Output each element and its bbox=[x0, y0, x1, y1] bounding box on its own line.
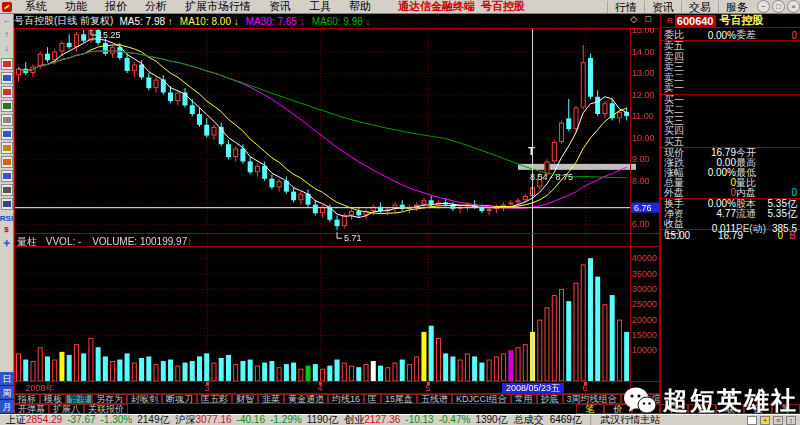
index-pct: -1.30% bbox=[101, 414, 133, 425]
tab-管理[interactable]: 管理 bbox=[66, 394, 92, 404]
volume-pane-header: 量柱 VVOL: - VOLUME: 100199.97↑ bbox=[17, 235, 192, 247]
top-right-buttons: 行情资讯交易服务 −□× bbox=[607, 0, 800, 13]
tick-direction: B bbox=[783, 230, 796, 242]
period-button-周[interactable]: 周 bbox=[0, 386, 14, 400]
info-label: 内盘 bbox=[736, 188, 766, 198]
tab-抄底[interactable]: 抄底 bbox=[537, 394, 563, 404]
close-button[interactable]: × bbox=[787, 0, 800, 13]
menu-item-工具[interactable]: 工具 bbox=[300, 0, 340, 14]
watermark-text: 超短英雄社 bbox=[663, 384, 798, 417]
report-icon[interactable] bbox=[1, 128, 13, 140]
dollar-icon[interactable]: $ bbox=[1, 225, 13, 237]
period-button-日[interactable]: 日 bbox=[0, 372, 14, 386]
menu-item-扩展市场行情[interactable]: 扩展市场行情 bbox=[176, 0, 260, 14]
board-icon[interactable] bbox=[1, 156, 13, 168]
info-value: 0 bbox=[694, 188, 736, 198]
volume-value: VOLUME: 100199.97 bbox=[92, 236, 187, 247]
restore-button[interactable]: □ bbox=[772, 0, 785, 13]
index-amount: 2149亿 bbox=[137, 414, 169, 425]
quick-button-交易[interactable]: 交易 bbox=[681, 1, 718, 13]
info-label: 外盘 bbox=[664, 188, 694, 198]
menu-item-帮助[interactable]: 帮助 bbox=[340, 0, 380, 14]
grid-view-icon[interactable] bbox=[1, 72, 13, 84]
tab-模板[interactable]: 模板 bbox=[40, 394, 66, 404]
kline-view-icon[interactable] bbox=[1, 100, 13, 112]
page-down-icon[interactable]: ↓ bbox=[1, 44, 13, 56]
trend-line-icon-px bbox=[3, 89, 11, 95]
tab-黄金通道[interactable]: 黄金通道 bbox=[284, 394, 328, 404]
quick-button-资讯[interactable]: 资讯 bbox=[644, 1, 681, 13]
tab-15尾盘[interactable]: 15尾盘 bbox=[381, 394, 417, 404]
tab-财智[interactable]: 财智 bbox=[232, 394, 258, 404]
marker-flag-icons[interactable]: ◇ □ bbox=[630, 14, 654, 24]
weicha-value: 0 bbox=[766, 30, 797, 41]
index-amount: 1190亿 bbox=[307, 414, 339, 425]
period-buttons: 日周月 bbox=[0, 372, 14, 414]
buy-level-row[interactable]: 买五 bbox=[661, 137, 800, 148]
index-value: 2127.36 bbox=[364, 414, 400, 425]
index-value: 3077.16 bbox=[195, 414, 231, 425]
sell-level-row[interactable]: 卖五 bbox=[661, 41, 800, 52]
ma-label: MA5: 7.98 ↑ bbox=[119, 16, 172, 27]
kline-volume-chart-canvas[interactable] bbox=[14, 28, 660, 394]
buy-level-row[interactable]: 买四 bbox=[661, 126, 800, 137]
panel-icon[interactable] bbox=[1, 198, 13, 210]
index-amount: 1390亿 bbox=[475, 414, 507, 425]
mini-chart-icon[interactable] bbox=[1, 58, 13, 70]
info-icon[interactable] bbox=[1, 142, 13, 154]
window-controls: −□× bbox=[755, 0, 800, 13]
quick-button-行情[interactable]: 行情 bbox=[607, 1, 644, 13]
menu-item-系统[interactable]: 系统 bbox=[16, 0, 56, 14]
menu-item-分析[interactable]: 分析 bbox=[136, 0, 176, 14]
tab-断魂刀[interactable]: 断魂刀 bbox=[162, 394, 197, 404]
menu-item-功能[interactable]: 功能 bbox=[56, 0, 96, 14]
buy-level-row[interactable]: 买二 bbox=[661, 105, 800, 116]
ma-legend: MA5: 7.98 ↑MA10: 8.00 ↓MA30: 7.65 ↓MA60:… bbox=[119, 16, 377, 27]
tab-封喉剑[interactable]: 封喉剑 bbox=[127, 394, 162, 404]
sell-level-row[interactable]: 卖一 bbox=[661, 83, 800, 94]
tab-指标[interactable]: 指标 bbox=[14, 394, 40, 404]
grid-view-icon-px bbox=[3, 75, 11, 81]
tab-五线谱[interactable]: 五线谱 bbox=[417, 394, 452, 404]
menu-bar: 系统功能报价分析扩展市场行情资讯工具帮助 通达信金融终端 号百控股 行情资讯交易… bbox=[0, 0, 800, 14]
quick-button-服务[interactable]: 服务 bbox=[718, 1, 755, 13]
menu-item-报价[interactable]: 报价 bbox=[96, 0, 136, 14]
menu-item-资讯[interactable]: 资讯 bbox=[260, 0, 300, 14]
matrix-icon[interactable] bbox=[1, 170, 13, 182]
tab-韭菜[interactable]: 韭菜 bbox=[258, 394, 284, 404]
index-change: -37.67 bbox=[67, 414, 95, 425]
weibi-value: 0.00% bbox=[694, 30, 736, 41]
tab-匡[interactable]: 匡 bbox=[364, 394, 381, 404]
info-row: 外盘0内盘0 bbox=[661, 188, 800, 198]
sell-levels: 卖五卖四卖三卖二卖一 bbox=[661, 41, 800, 95]
back-icon[interactable]: ← bbox=[1, 16, 13, 28]
tab-均线16[interactable]: 均线16 bbox=[328, 394, 364, 404]
tab-另存为[interactable]: 另存为 bbox=[92, 394, 127, 404]
info-icon-px bbox=[3, 145, 11, 151]
stat-row: 收益(一)0.011PE(动)385.5 bbox=[661, 219, 800, 229]
price-info-rows: 现价16.79今开涨跌0.00最高涨幅0.00%最低总量0量比外盘0内盘0 bbox=[661, 148, 800, 199]
rsi-indicator-label[interactable]: RSI bbox=[0, 214, 13, 223]
move-cross-icon[interactable]: ✛ bbox=[1, 239, 13, 251]
tab-常用[interactable]: 常用 bbox=[511, 394, 537, 404]
tab-匡五彩[interactable]: 匡五彩 bbox=[197, 394, 232, 404]
weicha-label: 委差 bbox=[736, 28, 766, 42]
window-title: 通达信金融终端 号百控股 bbox=[398, 0, 525, 14]
period-button-月[interactable]: 月 bbox=[0, 400, 14, 414]
index-change: -10.13 bbox=[405, 414, 433, 425]
total-turnover-value: 6469亿 bbox=[550, 413, 582, 425]
sell-level-row[interactable]: 卖三 bbox=[661, 62, 800, 73]
stock-code: 600640 bbox=[675, 15, 716, 27]
minimize-button[interactable]: − bbox=[757, 0, 770, 13]
trend-line-icon[interactable] bbox=[1, 86, 13, 98]
compass-icon-px bbox=[3, 187, 11, 193]
split-window-icon[interactable] bbox=[1, 114, 13, 126]
tab-3周均线组合[interactable]: 3周均线组合 bbox=[563, 394, 621, 404]
tab-KDJCCI组合[interactable]: KDJCCI组合 bbox=[452, 394, 511, 404]
index-quote-上证: 上证2854.29-37.67-1.30%2149亿 bbox=[6, 413, 169, 425]
compass-icon[interactable] bbox=[1, 184, 13, 196]
quote-panel-body: 委比0.00%委差0卖五卖四卖三卖二卖一买一买二买三买四买五现价16.79今开涨… bbox=[661, 28, 800, 242]
index-pct: -1.29% bbox=[270, 414, 302, 425]
page-up-icon[interactable]: ↑ bbox=[1, 30, 13, 42]
stat-rows: 换手0.00%股本5.35亿净资4.77流通5.35亿收益(一)0.011PE(… bbox=[661, 199, 800, 230]
